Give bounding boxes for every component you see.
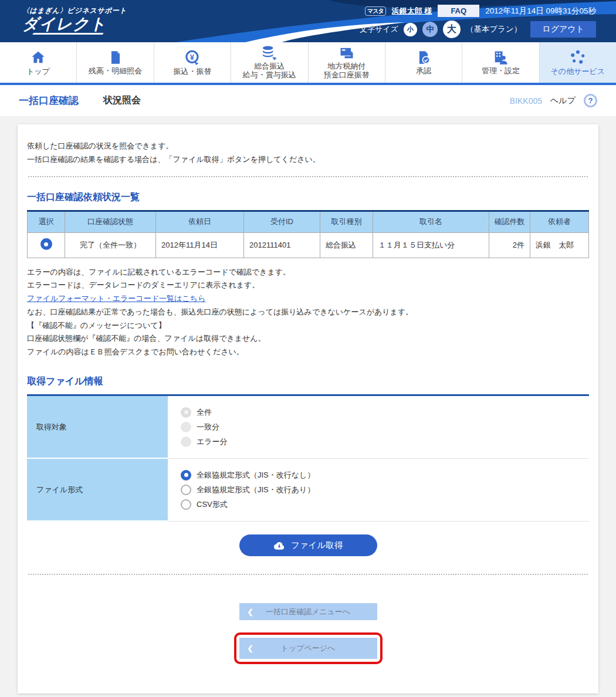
radio-label: CSV形式 — [197, 499, 228, 510]
radio-icon — [181, 499, 191, 510]
nav-label: 承認 — [416, 67, 431, 76]
chevron-left-icon: ❮ — [248, 644, 253, 652]
document-icon — [108, 50, 123, 65]
note-line: なお、口座確認結果が正常であった場合も、振込先口座の状態によっては振り込みできな… — [27, 306, 589, 319]
note-line: エラーの内容は、ファイルに記載されているエラーコードで確認できます。 — [27, 266, 589, 279]
note-line: ファイルの内容はＥＢ照会デスクまでお問い合わせください。 — [27, 346, 589, 359]
cell-trade-name: １１月１５日支払い分 — [373, 232, 489, 258]
radio-format-zengin-nocrlf[interactable]: 全銀協規定形式（JIS・改行なし） — [181, 470, 589, 481]
chevron-left-icon: ❮ — [248, 608, 253, 616]
app-logo[interactable]: 〈はまぎん〉ビジネスサポート ダイレクト — [0, 0, 176, 35]
payment-slip-icon — [339, 45, 355, 60]
nav-item-top[interactable]: トップ — [0, 42, 76, 83]
col-requester: 依頼者 — [530, 211, 589, 232]
header-user-area: マスタ 浜銀太郎 様 FAQ 2012年11月14日 09時31分05秒 文字サ… — [360, 0, 596, 38]
col-select: 選択 — [28, 211, 65, 232]
cell-requester: 浜銀 太郎 — [530, 232, 589, 258]
svg-text:¥: ¥ — [190, 52, 195, 61]
col-count: 確認件数 — [489, 211, 530, 232]
col-accept-id: 受付ID — [244, 211, 320, 232]
document-check-icon — [416, 50, 431, 65]
nav-label: トップ — [26, 67, 50, 76]
nav-item-bulk-transfer[interactable]: 総合振込給与・賞与振込 — [231, 42, 307, 83]
nav-label: 残高・明細照会 — [89, 67, 142, 76]
content-card: 依頼した口座確認の状況を照会できます。 一括口座確認の結果を確認する場合は、「フ… — [18, 124, 598, 693]
note-line: 【『確認不能』のメッセージについて】 — [27, 319, 589, 333]
nav-item-transfer[interactable]: ¥ 振込・振替 — [154, 42, 231, 83]
nav-item-admin-settings[interactable]: 管理・設定 — [462, 42, 539, 83]
col-trade-name: 取引名 — [373, 211, 489, 232]
nav-item-other-services[interactable]: その他サービス — [539, 42, 616, 83]
breadcrumb-section: 一括口座確認 — [19, 94, 79, 107]
radio-target-all: 全件 — [181, 407, 589, 418]
dotted-divider — [28, 176, 588, 177]
intro-line: 依頼した口座確認の状況を照会できます。 — [27, 140, 589, 153]
radio-icon — [181, 485, 191, 495]
error-code-list-link[interactable]: ファイルフォーマット・エラーコード一覧はこちら — [27, 294, 205, 303]
user-name-link[interactable]: 浜銀太郎 様 — [392, 6, 432, 16]
note-line: エラーコードは、データレコードのダミーエリアに表示されます。 — [27, 279, 589, 292]
nav-item-balance-inquiry[interactable]: 残高・明細照会 — [76, 42, 153, 83]
menu-back-button[interactable]: ❮ 一括口座確認メニューへ — [239, 603, 377, 620]
menu-back-label: 一括口座確認メニューへ — [266, 607, 350, 617]
cell-status: 完了（全件一致） — [65, 232, 156, 258]
top-page-label: トップページへ — [281, 643, 336, 654]
file-info-form: 取得対象 全件 一致分 エラー分 ファイル形式 — [27, 394, 589, 522]
radio-target-error: エラー分 — [181, 437, 589, 447]
faq-button[interactable]: FAQ — [438, 5, 479, 17]
radio-format-zengin-crlf[interactable]: 全銀協規定形式（JIS・改行あり） — [181, 485, 589, 495]
font-size-medium-button[interactable]: 中 — [422, 22, 438, 37]
file-get-label: ファイル取得 — [291, 540, 343, 551]
nav-label: 振込・振替 — [173, 67, 211, 76]
logo-title: ダイレクト — [22, 16, 176, 32]
radio-label: 全銀協規定形式（JIS・改行なし） — [197, 470, 314, 481]
font-size-large-button[interactable]: 大 — [443, 21, 461, 38]
nav-label: 地方税納付 — [324, 62, 370, 71]
nav-label: その他サービス — [551, 67, 605, 76]
nav-label: 管理・設定 — [482, 67, 520, 76]
font-size-label: 文字サイズ — [360, 24, 398, 35]
radio-icon — [181, 470, 191, 481]
home-icon — [30, 49, 46, 66]
page-title: 状況照会 — [103, 94, 141, 107]
current-datetime: 2012年11月14日 09時31分05秒 — [485, 6, 596, 16]
table-header-row: 選択 口座確認状態 依頼日 受付ID 取引種別 取引名 確認件数 依頼者 — [28, 211, 589, 232]
col-request-date: 依頼日 — [156, 211, 244, 232]
coin-stack-icon — [261, 45, 277, 60]
intro-line: 一括口座確認の結果を確認する場合は、「ファイル取得」ボタンを押してください。 — [27, 153, 589, 167]
highlight-annotation-frame: ❮ トップページへ — [234, 632, 383, 664]
building-user-icon — [492, 50, 509, 65]
nav-item-approval[interactable]: 承認 — [385, 42, 462, 83]
nav-item-local-tax[interactable]: 地方税納付預金口座振替 — [308, 42, 385, 83]
help-icon[interactable]: ? — [584, 94, 597, 107]
help-link[interactable]: ヘルプ — [550, 96, 576, 106]
cell-trade-type: 総合振込 — [320, 232, 373, 258]
top-page-button[interactable]: ❮ トップページへ — [239, 638, 377, 659]
logo-subtitle: 〈はまぎん〉ビジネスサポート — [22, 6, 176, 16]
app-header: 〈はまぎん〉ビジネスサポート ダイレクト マスタ 浜銀太郎 様 FAQ 2012… — [0, 0, 616, 42]
radio-icon — [181, 437, 191, 447]
radio-label: 全件 — [197, 407, 212, 418]
radio-label: 全銀協規定形式（JIS・改行あり） — [197, 485, 314, 495]
screen-id: BIKK005 — [510, 96, 542, 106]
file-get-button[interactable]: ファイル取得 — [239, 534, 377, 556]
page-title-bar: 一括口座確認 状況照会 BIKK005 ヘルプ ? — [0, 85, 616, 116]
logout-button[interactable]: ログアウト — [530, 21, 596, 38]
col-trade-type: 取引種別 — [320, 211, 373, 232]
font-size-small-button[interactable]: 小 — [404, 23, 417, 36]
request-list-title: 一括口座確認依頼状況一覧 — [27, 191, 589, 204]
row-select-radio[interactable] — [40, 238, 52, 250]
intro-text: 依頼した口座確認の状況を照会できます。 一括口座確認の結果を確認する場合は、「フ… — [27, 140, 589, 167]
col-status: 口座確認状態 — [65, 211, 156, 232]
cloud-download-icon — [273, 541, 285, 550]
radio-format-csv[interactable]: CSV形式 — [181, 499, 589, 510]
yen-circle-icon: ¥ — [184, 49, 201, 66]
cell-request-date: 2012年11月14日 — [156, 232, 244, 258]
note-line: 口座確認状態欄が『確認不能』の場合、ファイルは取得できません。 — [27, 332, 589, 346]
radio-icon — [181, 422, 191, 432]
user-type-badge: マスタ — [365, 6, 386, 16]
radio-icon — [181, 407, 191, 418]
cell-accept-id: 2012111401 — [244, 232, 320, 258]
file-info-title: 取得ファイル情報 — [27, 375, 589, 388]
radio-target-matched: 一致分 — [181, 422, 589, 432]
